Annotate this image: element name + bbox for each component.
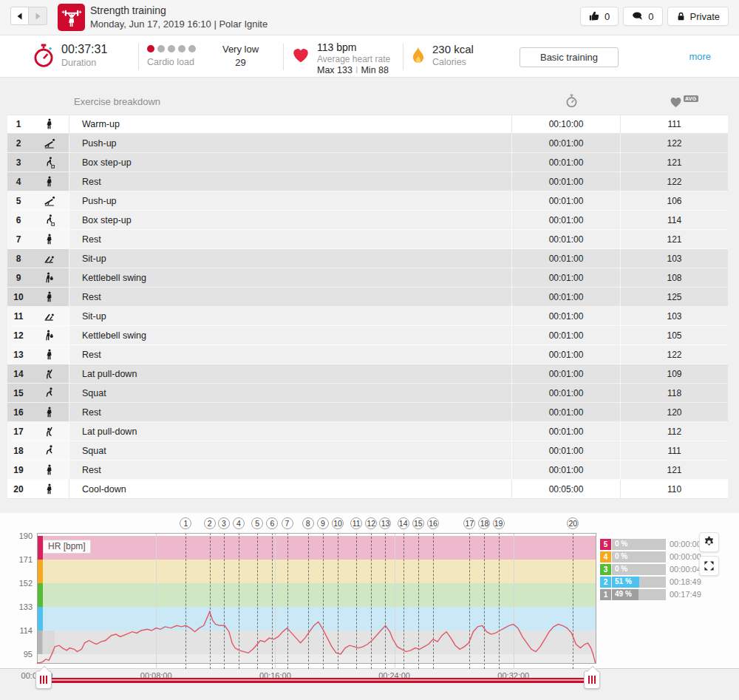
zone-percent-label: 49 %	[615, 590, 632, 598]
stopwatch-icon	[33, 43, 55, 69]
phase-marker: 17	[463, 517, 475, 529]
duration-value: 00:37:31	[61, 43, 107, 56]
table-row: 14Lat pull-down00:01:00109	[7, 364, 728, 384]
zone-number-badge: 5	[600, 539, 611, 550]
zone-legend-row: 149 %	[600, 589, 666, 600]
zone-percent-label: 0 %	[615, 540, 627, 548]
stats-divider	[138, 44, 139, 70]
push-up-icon	[30, 191, 69, 210]
phase-marker: 12	[365, 517, 377, 529]
phase-marker: 18	[478, 517, 490, 529]
zone-percent-bar: 0 %	[612, 539, 666, 550]
like-button[interactable]: 0	[580, 7, 619, 26]
exercise-avg-hr: 122	[620, 134, 728, 152]
y-axis-label: 114	[0, 626, 33, 635]
max-min-divider: I	[353, 65, 361, 75]
exercise-avg-hr: 121	[620, 230, 728, 248]
exercise-name: Push-up	[69, 191, 511, 210]
person-standing-icon	[30, 230, 69, 248]
exercise-duration: 00:01:00	[511, 345, 620, 364]
exercise-number: 19	[7, 461, 30, 479]
exercise-avg-hr: 122	[620, 172, 728, 191]
exercise-avg-hr: 106	[620, 191, 728, 210]
exercise-duration: 00:05:00	[511, 480, 620, 498]
range-handle-left[interactable]	[35, 670, 52, 689]
exercise-name: Kettlebell swing	[69, 326, 511, 344]
exercise-breakdown-table: Exercise breakdown AVG 1Warm-up00:10:001…	[7, 89, 728, 499]
table-row: 3Box step-up00:01:00121	[7, 153, 728, 172]
cardio-load-value: Very low 29	[213, 43, 268, 69]
hr-line-plot[interactable]	[37, 533, 596, 669]
exercise-name: Kettlebell swing	[69, 268, 511, 287]
zone-percent-bar: 49 %	[612, 589, 666, 600]
exercise-number: 4	[7, 172, 30, 191]
person-standing-icon	[30, 345, 69, 364]
settings-gear-button[interactable]	[699, 532, 719, 552]
gear-icon	[703, 536, 715, 548]
top-actions: 0 0 Private	[580, 7, 729, 26]
zone-percent-label: 0 %	[615, 552, 627, 560]
exercise-duration: 00:01:00	[511, 461, 620, 479]
lat-pull-down-icon	[30, 422, 69, 441]
forward-button[interactable]	[29, 7, 47, 25]
exercise-avg-hr: 111	[620, 441, 728, 460]
exercise-avg-hr: 110	[620, 480, 728, 498]
avg-badge: AVG	[684, 95, 698, 102]
comment-button[interactable]: 0	[623, 7, 662, 26]
phase-marker: 13	[379, 517, 391, 529]
phase-marker: 3	[218, 517, 230, 529]
stats-divider	[283, 44, 284, 70]
table-row: 9Kettlebell swing00:01:00108	[7, 268, 728, 288]
exercise-avg-hr: 109	[620, 364, 728, 383]
more-link[interactable]: more	[689, 51, 711, 62]
like-count: 0	[605, 11, 610, 22]
exercise-duration: 00:01:00	[511, 249, 620, 268]
exercise-duration: 00:01:00	[511, 326, 620, 344]
phase-marker: 4	[233, 517, 245, 529]
expand-fullscreen-button[interactable]	[699, 556, 719, 576]
phase-marker: 16	[427, 517, 439, 529]
cardio-dot	[157, 45, 165, 52]
phase-marker: 8	[302, 517, 314, 529]
person-standing-icon	[30, 403, 69, 421]
y-axis-label: 171	[0, 555, 33, 564]
time-range-scrollbar[interactable]	[41, 678, 593, 683]
exercise-avg-hr: 120	[620, 403, 728, 421]
exercise-avg-hr: 125	[620, 288, 728, 306]
exercise-avg-hr: 112	[620, 422, 728, 441]
exercise-name: Push-up	[69, 134, 511, 152]
zone-legend-row: 30 %	[600, 564, 666, 575]
phase-marker: 2	[204, 517, 216, 529]
privacy-button[interactable]: Private	[667, 7, 729, 26]
table-row: 17Lat pull-down00:01:00112	[7, 422, 728, 441]
table-row: 6Box step-up00:01:00114	[7, 211, 728, 230]
zone-time: 00:00:04	[670, 565, 701, 574]
exercise-avg-hr: 111	[620, 115, 728, 133]
exercise-duration: 00:01:00	[511, 288, 620, 306]
exercise-number: 16	[7, 403, 30, 421]
duration-label: Duration	[61, 58, 107, 68]
exercise-number: 2	[7, 134, 30, 152]
heart-icon	[291, 46, 310, 64]
exercise-duration: 00:01:00	[511, 172, 620, 191]
exercise-avg-hr: 121	[620, 153, 728, 171]
table-row: 19Rest00:01:00121	[7, 461, 728, 480]
range-handle-right[interactable]	[584, 670, 600, 689]
hr-axis-title: HR [bpm]	[43, 540, 91, 554]
table-row: 5Push-up00:01:00106	[7, 191, 728, 211]
table-row: 20Cool-down00:05:00110	[7, 480, 728, 499]
exercise-avg-hr: 121	[620, 461, 728, 479]
training-benefit-button[interactable]: Basic training	[520, 47, 619, 67]
exercise-duration: 00:01:00	[511, 403, 620, 421]
exercise-duration: 00:01:00	[511, 422, 620, 441]
phase-marker: 19	[493, 517, 505, 529]
heart-rate-stat: 113 bpm Average heart rate Max 133IMin 8…	[291, 41, 390, 75]
exercise-avg-hr: 122	[620, 345, 728, 364]
back-button[interactable]	[10, 7, 29, 25]
push-up-icon	[30, 134, 69, 152]
table-row: 18Squat00:01:00111	[7, 441, 728, 461]
exercise-name: Cool-down	[69, 480, 511, 498]
exercise-name: Lat pull-down	[69, 422, 511, 441]
exercise-duration: 00:01:00	[511, 191, 620, 210]
exercise-avg-hr: 105	[620, 326, 728, 344]
